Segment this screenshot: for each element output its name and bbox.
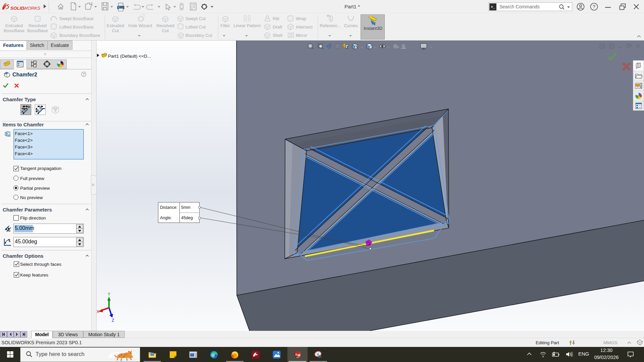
svg-text:D: D bbox=[37, 109, 39, 112]
svg-text:SOLID: SOLID bbox=[10, 6, 24, 11]
svg-text:X: X bbox=[97, 309, 99, 314]
svg-text:A: A bbox=[346, 46, 348, 50]
svg-text:A: A bbox=[9, 240, 11, 243]
svg-text:WORKS: WORKS bbox=[23, 6, 40, 11]
svg-text:?: ? bbox=[83, 72, 85, 76]
svg-text:2023: 2023 bbox=[296, 357, 300, 358]
svg-text:Z: Z bbox=[112, 318, 114, 323]
svg-text:D: D bbox=[8, 229, 10, 232]
svg-text:?: ? bbox=[593, 4, 595, 9]
svg-text:Y: Y bbox=[108, 292, 110, 297]
svg-text:D: D bbox=[28, 105, 30, 109]
svg-text:S: S bbox=[295, 353, 297, 356]
svg-text:D: D bbox=[40, 107, 42, 110]
